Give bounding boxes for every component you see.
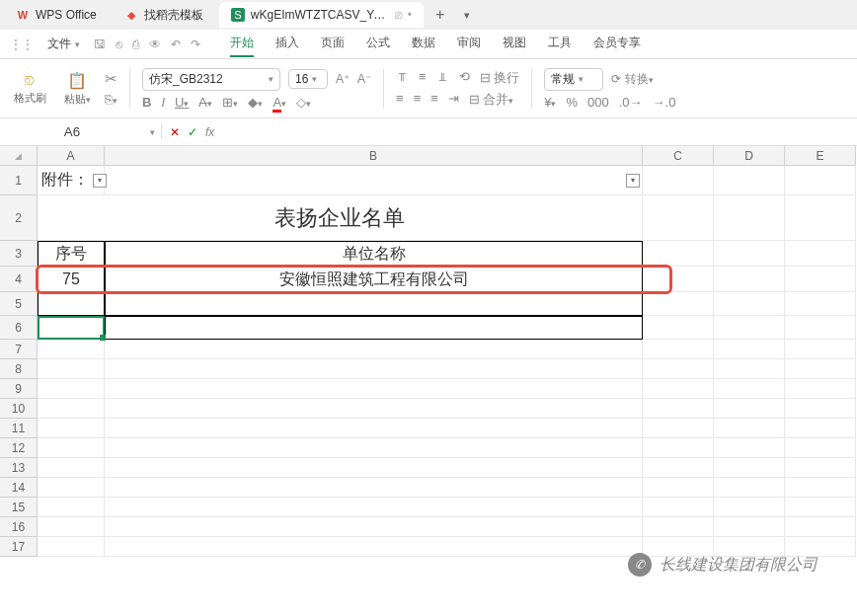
increase-font-icon[interactable]: A⁺ (336, 72, 350, 86)
underline-icon[interactable]: U▾ (175, 95, 189, 110)
align-mid-icon[interactable]: ≡ (419, 69, 427, 87)
strike-icon[interactable]: A̶▾ (198, 95, 212, 110)
cell-A3[interactable]: 序号 (38, 241, 105, 267)
cell-C15[interactable] (643, 498, 714, 517)
align-right-icon[interactable]: ≡ (430, 91, 438, 109)
fx-icon[interactable]: fx (205, 125, 214, 139)
menu-review[interactable]: 审阅 (457, 31, 481, 57)
cell-A17[interactable] (38, 537, 105, 557)
cell-E16[interactable] (785, 517, 856, 537)
font-color-icon[interactable]: A▾ (273, 95, 286, 110)
cell-D4[interactable] (714, 267, 785, 292)
row-header-11[interactable]: 11 (0, 419, 38, 438)
cell-E13[interactable] (785, 458, 856, 478)
row-header-9[interactable]: 9 (0, 379, 38, 399)
export-icon[interactable]: ⎋ (116, 38, 122, 51)
cell-E15[interactable] (785, 498, 856, 517)
cell-C9[interactable] (643, 379, 714, 399)
row-header-6[interactable]: 6 (0, 316, 38, 340)
clear-format-icon[interactable]: ◇▾ (296, 95, 311, 110)
cell-E6[interactable] (785, 316, 856, 340)
cell-D5[interactable] (714, 292, 785, 316)
col-header-D[interactable]: D (714, 146, 785, 166)
confirm-icon[interactable]: ✓ (188, 125, 197, 139)
cell-E2[interactable] (785, 195, 856, 241)
cell-C10[interactable] (643, 399, 714, 419)
undo-icon[interactable]: ↶ (171, 38, 181, 51)
cell-D9[interactable] (714, 379, 785, 399)
cell-B16[interactable] (105, 517, 643, 537)
cell-C11[interactable] (643, 419, 714, 438)
row-header-4[interactable]: 4 (0, 267, 38, 292)
cell-C13[interactable] (643, 458, 714, 478)
cell-D2[interactable] (714, 195, 785, 241)
dec-decimal-icon[interactable]: →.0 (653, 95, 676, 110)
cell-C1[interactable] (643, 166, 714, 195)
cell-D12[interactable] (714, 438, 785, 458)
row-header-2[interactable]: 2 (0, 195, 38, 241)
name-box[interactable] (0, 124, 144, 139)
file-menu[interactable]: 文件 ▾ (47, 36, 80, 52)
percent-icon[interactable]: % (566, 95, 578, 110)
cut-icon[interactable]: ✂ (105, 70, 117, 88)
align-left-icon[interactable]: ≡ (396, 91, 404, 109)
comma-icon[interactable]: 000 (587, 95, 609, 110)
cell-D16[interactable] (714, 517, 785, 537)
cell-A5[interactable] (38, 292, 105, 316)
menu-formula[interactable]: 公式 (366, 31, 390, 57)
cell-A12[interactable] (38, 438, 105, 458)
cell-D11[interactable] (714, 419, 785, 438)
formula-input[interactable] (222, 124, 716, 139)
cell-B17[interactable] (105, 537, 643, 557)
cell-E7[interactable] (785, 340, 856, 359)
cell-C8[interactable] (643, 359, 714, 379)
cell-A15[interactable] (38, 498, 105, 517)
cell-B2[interactable]: 表扬企业名单 (38, 195, 643, 241)
cell-C4[interactable] (643, 267, 714, 292)
bold-icon[interactable]: B (142, 95, 151, 110)
cell-B8[interactable] (105, 359, 643, 379)
indent-icon[interactable]: ⇥ (448, 91, 459, 109)
cancel-icon[interactable]: ✕ (170, 125, 180, 139)
more-icon[interactable]: ⋮⋮ (10, 38, 34, 51)
cell-A16[interactable] (38, 517, 105, 537)
menu-view[interactable]: 视图 (503, 31, 526, 57)
cell-B5[interactable] (105, 292, 643, 316)
cell-B12[interactable] (105, 438, 643, 458)
cell-B3[interactable]: 单位名称 (105, 241, 643, 267)
cell-A1[interactable]: 附件：▾ (38, 166, 105, 195)
orientation-icon[interactable]: ⟲ (459, 69, 470, 87)
cell-D14[interactable] (714, 478, 785, 498)
filter-icon[interactable]: ▾ (626, 174, 640, 188)
currency-icon[interactable]: ¥▾ (544, 95, 556, 110)
convert-button[interactable]: ⟳ 转换▾ (611, 71, 653, 88)
cell-B4[interactable]: 安徽恒照建筑工程有限公司 (105, 267, 643, 292)
menu-page[interactable]: 页面 (321, 31, 345, 57)
cell-C14[interactable] (643, 478, 714, 498)
new-tab-button[interactable]: + (428, 6, 452, 24)
cell-E10[interactable] (785, 399, 856, 419)
cell-B11[interactable] (105, 419, 643, 438)
decrease-font-icon[interactable]: A⁻ (357, 72, 371, 86)
row-header-15[interactable]: 15 (0, 498, 38, 517)
font-select[interactable]: 仿宋_GB2312▾ (142, 68, 280, 91)
wrap-icon[interactable]: ⊟ 换行 (480, 69, 520, 87)
tab-template[interactable]: ◆ 找稻壳模板 (113, 2, 215, 28)
cell-D13[interactable] (714, 458, 785, 478)
italic-icon[interactable]: I (161, 95, 165, 110)
inc-decimal-icon[interactable]: .0→ (619, 95, 643, 110)
cell-A6[interactable] (38, 316, 105, 340)
cell-A9[interactable] (38, 379, 105, 399)
row-header-5[interactable]: 5 (0, 292, 38, 316)
cell-A13[interactable] (38, 458, 105, 478)
paste-button[interactable]: 📋 粘贴▾ (57, 71, 97, 107)
cell-D10[interactable] (714, 399, 785, 419)
cell-C16[interactable] (643, 517, 714, 537)
cell-E8[interactable] (785, 359, 856, 379)
row-header-3[interactable]: 3 (0, 241, 38, 267)
align-center-icon[interactable]: ≡ (414, 91, 422, 109)
cell-E1[interactable] (785, 166, 856, 195)
copy-icon[interactable]: ⎘▾ (105, 92, 117, 107)
cell-E12[interactable] (785, 438, 856, 458)
cell-B13[interactable] (105, 458, 643, 478)
